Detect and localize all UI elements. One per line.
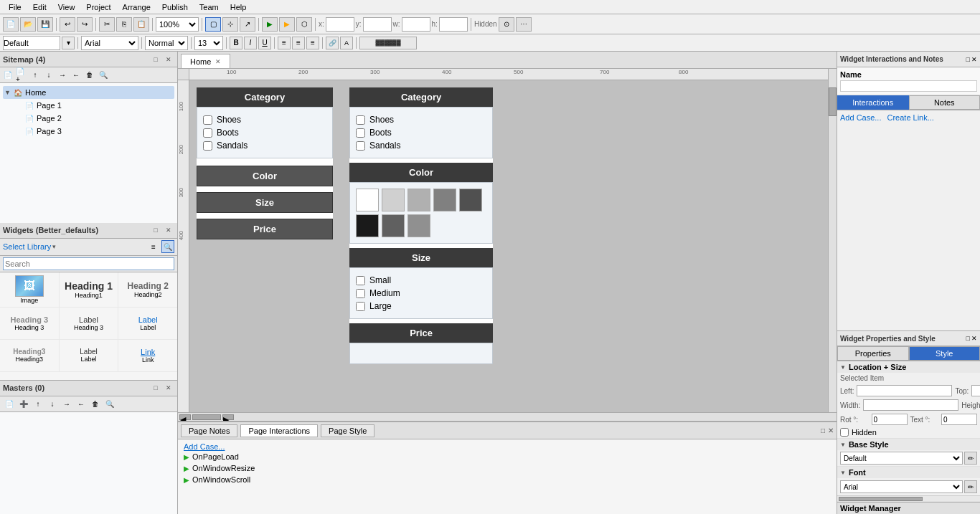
width-input[interactable] [863,399,958,411]
medium-checkbox[interactable] [356,289,365,298]
sitemap-search-btn[interactable]: 🔍 [97,69,110,82]
sitemap-item-home[interactable]: ▼ 🏠 Home [3,86,174,99]
link-btn[interactable]: 🔗 [326,37,339,49]
menu-project[interactable]: Project [80,3,116,11]
right-boots-checkbox[interactable] [356,128,365,138]
wi-create-link-link[interactable]: Create Link... [887,113,933,122]
sitemap-outdent-btn[interactable]: ← [70,69,83,82]
save-btn[interactable]: 💾 [37,17,53,32]
redo-btn[interactable]: ↪ [77,17,93,32]
canvas-scroll[interactable]: Category Shoes Boots [189,80,828,412]
interaction-onwindowscroll[interactable]: ▶ OnWindowScroll [181,474,834,485]
widget-search-toggle[interactable]: 🔍 [161,240,174,253]
swatch-charcoal[interactable] [382,214,405,237]
left-color-widget[interactable]: Color [197,166,333,186]
bottom-close-icon[interactable]: ✕ [828,427,834,434]
y-input[interactable] [363,17,392,32]
v-scroll-thumb[interactable] [829,87,837,116]
right-category-widget[interactable]: Category Shoes Boots [349,87,493,158]
small-checkbox[interactable] [356,276,365,285]
x-input[interactable] [326,17,354,32]
widgets-expand-icon[interactable]: □ [150,224,161,236]
rot-input[interactable] [872,414,908,425]
widget-image[interactable]: 🖼 Image [0,272,60,307]
add-case-link[interactable]: Add Case... [181,439,227,454]
wp-properties-tab[interactable]: Properties [837,346,909,361]
select-library-btn[interactable]: Select Library [3,242,51,251]
bold-btn[interactable]: B [230,37,242,49]
left-shoes-item[interactable]: Shoes [203,113,326,126]
cut-btn[interactable]: ✂ [99,17,115,32]
preview-btn[interactable]: ▶ [279,17,295,32]
wi-add-case-link[interactable]: Add Case... [840,113,881,122]
font-section-header[interactable]: Font [837,467,980,478]
wi-expand-icon[interactable]: □ [966,56,970,63]
swatch-very-dark[interactable] [356,214,379,237]
widget-label2-cell[interactable]: Label Label [118,308,177,339]
sitemap-item-page1[interactable]: 📄 Page 1 [14,99,174,112]
right-large-item[interactable]: Large [356,300,486,313]
widget-link-row[interactable]: Link Link [118,340,177,371]
right-small-item[interactable]: Small [356,274,486,287]
menu-team[interactable]: Team [194,3,225,11]
publish-btn[interactable]: ⬡ [296,17,312,32]
widget-search-input[interactable] [3,257,174,270]
more-format-btns[interactable]: ▓▓▓▓▓▓ [359,37,417,49]
w-input[interactable] [402,17,430,32]
widget-menu-btn[interactable]: ≡ [147,240,160,253]
font-edit-btn[interactable]: ✏ [964,480,977,493]
large-checkbox[interactable] [356,302,365,311]
canvas-h-scrollbar[interactable]: ◀ ▶ [178,412,837,421]
masters-delete-btn[interactable]: 🗑 [89,397,102,410]
sitemap-item-page2[interactable]: 📄 Page 2 [14,112,174,125]
top-input[interactable] [971,385,980,396]
wp-expand-icon[interactable]: □ [966,335,970,342]
masters-push-btn[interactable]: → [60,397,73,410]
widget-heading1[interactable]: Heading 1 Heading1 [60,272,119,307]
page-style-tab[interactable]: Page Style [321,424,374,437]
left-boots-item[interactable]: Boots [203,126,326,139]
h-scroll-thumb[interactable] [192,414,221,420]
h-scroll-right-btn[interactable]: ▶ [222,414,234,420]
bottom-expand-icon[interactable]: □ [821,427,825,434]
masters-search-btn[interactable]: 🔍 [103,397,116,410]
wp-close-icon[interactable]: ✕ [971,335,977,342]
menu-view[interactable]: View [52,3,81,11]
new-btn[interactable]: 📄 [3,17,19,32]
sitemap-down-btn[interactable]: ↓ [42,69,55,82]
interaction-onwindowresize[interactable]: ▶ OnWindowResize [181,462,834,474]
swatch-gray[interactable] [407,189,430,211]
text-input[interactable] [941,414,977,425]
style-arrow[interactable]: ▾ [62,37,75,49]
sitemap-add-btn[interactable]: 📄 [1,69,14,82]
page-interactions-tab[interactable]: Page Interactions [240,424,318,437]
swatch-light-gray[interactable] [382,189,405,211]
sandals-checkbox[interactable] [203,141,212,151]
font-style-select[interactable]: Normal [145,36,188,50]
widget-label-row[interactable]: Label Label [60,340,119,371]
location-size-header[interactable]: Location + Size [837,361,980,373]
play-btn[interactable]: ▶ [262,17,278,32]
page-notes-tab[interactable]: Page Notes [181,424,237,437]
menu-publish[interactable]: Publish [156,3,194,11]
font-family-select[interactable]: Arial [81,36,138,50]
font-scrollbar-thumb[interactable] [839,497,923,501]
widget-heading3-row[interactable]: Heading3 Heading3 [0,340,60,371]
sitemap-close-icon[interactable]: ✕ [163,54,174,65]
canvas-v-scroll[interactable] [828,80,837,412]
sitemap-up-btn[interactable]: ↑ [29,69,42,82]
sitemap-item-page3[interactable]: 📄 Page 3 [14,125,174,138]
canvas-tab-close-icon[interactable]: ✕ [215,58,221,65]
boots-checkbox[interactable] [203,128,212,138]
align-right-btn[interactable]: ≡ [306,37,319,49]
open-btn[interactable]: 📂 [20,17,36,32]
swatch-silver[interactable] [407,214,430,237]
menu-edit[interactable]: Edit [27,3,52,11]
left-size-widget[interactable]: Size [197,192,333,213]
font-size-select[interactable]: 13 [194,36,223,50]
underline-btn[interactable]: U [258,37,271,49]
font-scrollbar[interactable] [837,495,980,501]
wp-style-tab[interactable]: Style [909,346,981,361]
connect-btn[interactable]: ↗ [240,17,255,32]
copy-btn[interactable]: ⎘ [116,17,132,32]
